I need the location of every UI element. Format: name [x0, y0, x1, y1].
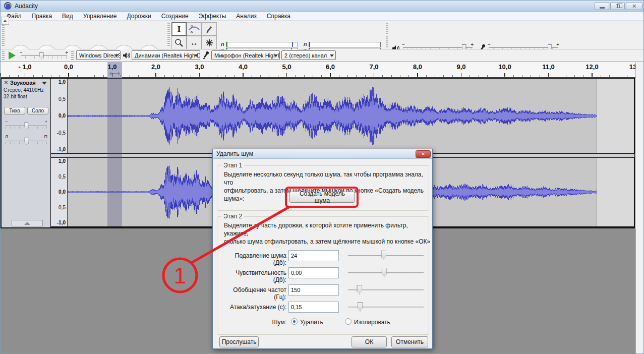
preview-button[interactable]: Прослушать	[219, 336, 259, 347]
audacity-logo-icon	[4, 2, 12, 10]
track-collapse-button[interactable]	[12, 220, 43, 226]
timeshift-icon: ↔	[190, 39, 198, 47]
solo-button[interactable]: Соло	[27, 107, 48, 114]
toolbar-gripper[interactable]	[2, 23, 5, 47]
selection-tool-button[interactable]: I	[171, 22, 187, 36]
track-menu-arrow-icon[interactable]	[42, 82, 47, 85]
timeline-label: 7,0	[369, 63, 378, 71]
collapse-icon	[24, 222, 30, 225]
restore-button[interactable]	[610, 2, 625, 10]
timeline-label: 3,0	[195, 63, 204, 71]
amplitude-ruler-right-channel[interactable]: 1,0 0,5 0,0 -0,5 -1,0	[51, 158, 68, 226]
amplitude-label: 0,0	[58, 189, 66, 195]
sensitivity-input[interactable]	[288, 267, 339, 278]
device-gripper[interactable]	[71, 51, 74, 60]
menu-item[interactable]: Анализ	[231, 12, 262, 21]
chevron-down-icon	[330, 54, 334, 57]
noise-reduction-input[interactable]	[288, 250, 339, 261]
meter-peak-mark	[292, 42, 293, 47]
play-at-speed-button[interactable]	[9, 51, 16, 60]
get-noise-profile-button[interactable]: Создать модель шума	[289, 192, 355, 203]
chevron-down-icon	[194, 54, 198, 57]
minus-label: −	[402, 42, 405, 47]
amplitude-label: 1,0	[58, 158, 66, 164]
mixer-gripper[interactable]	[386, 23, 388, 35]
timeline-label: - 1,0	[18, 63, 31, 71]
empty-track-area[interactable]	[597, 79, 634, 153]
timeline-label: 0,0	[64, 63, 73, 71]
timeline-label: 5,0	[282, 63, 291, 71]
menu-item[interactable]: Управление	[78, 12, 122, 21]
timeline-label: 4,0	[239, 63, 248, 71]
menu-item[interactable]: Создание	[156, 12, 194, 21]
scroll-up-icon	[3, 20, 7, 22]
close-button[interactable]: ✕	[626, 2, 642, 10]
attack-decay-input[interactable]	[288, 302, 339, 313]
menu-item[interactable]: Эффекты	[194, 12, 231, 21]
slider-thumb[interactable]	[382, 268, 387, 277]
frequency-smoothing-slider[interactable]	[348, 284, 424, 296]
slider-thumb[interactable]	[358, 302, 363, 312]
track-selection-region[interactable]	[107, 78, 122, 226]
menu-item[interactable]: Правка	[27, 12, 57, 21]
input-channels-value: 2 (стерео) канал	[284, 52, 327, 58]
radio-remove-noise[interactable]	[291, 318, 298, 325]
window-title: Audacity	[15, 3, 38, 10]
draw-tool-button[interactable]	[202, 22, 217, 36]
menu-item[interactable]: Вид	[57, 12, 78, 21]
timeline-label: 11,0	[542, 63, 555, 71]
timeline-label: 2,0	[151, 63, 160, 71]
transcription-gripper[interactable]	[2, 51, 5, 60]
track-bitdepth: 32-bit float	[4, 94, 27, 99]
input-channels-dropdown[interactable]: 2 (стерео) канал	[281, 50, 336, 60]
track-name[interactable]: Звуковая	[10, 80, 36, 86]
menu-item[interactable]: Дорожки	[122, 12, 156, 21]
minimize-button[interactable]	[595, 2, 609, 10]
timeline-label: 8,0	[413, 63, 422, 71]
multi-tool-button[interactable]	[202, 36, 217, 49]
sensitivity-slider[interactable]	[348, 267, 424, 278]
tools-gripper[interactable]	[167, 23, 170, 47]
attack-decay-slider[interactable]	[348, 302, 424, 313]
cancel-button[interactable]: Отменить	[391, 336, 428, 347]
vertical-scrollbar[interactable]	[635, 62, 644, 354]
timeshift-tool-button[interactable]: ↔	[187, 36, 202, 49]
ok-button[interactable]: ОК	[352, 336, 387, 347]
menu-bar: Файл Правка Вид Управление Дорожки Созда…	[1, 12, 644, 21]
mute-button[interactable]: Тихо	[4, 107, 25, 114]
scroll-up-button[interactable]	[1, 17, 9, 25]
amplitude-label: 0,5	[58, 174, 66, 180]
edit-gripper[interactable]	[386, 36, 388, 47]
ruler-major-ticks	[1, 73, 635, 77]
play-speed-slider[interactable]: −+	[21, 51, 67, 60]
plus-label: +	[471, 42, 474, 47]
zoom-tool-button[interactable]	[171, 36, 187, 49]
noise-reduction-slider[interactable]	[348, 250, 424, 261]
audio-host-dropdown[interactable]: Windows DirectS(	[76, 50, 121, 60]
input-microphone-icon	[202, 51, 210, 60]
chevron-down-icon	[114, 54, 119, 57]
slider-thumb[interactable]	[357, 285, 362, 294]
menu-item[interactable]: Справка	[262, 12, 296, 21]
dialog-close-button[interactable]: ✕	[416, 150, 431, 158]
envelope-tool-button[interactable]	[187, 22, 202, 36]
slider-thumb[interactable]	[381, 251, 386, 260]
track-close-button[interactable]: ✕	[3, 80, 9, 86]
input-device-dropdown[interactable]: Микрофон (Realtek High Defir	[211, 50, 280, 60]
waveform-left-channel[interactable]	[68, 79, 597, 153]
pan-slider[interactable]: ЛП	[6, 136, 47, 145]
gain-slider[interactable]: −+	[6, 121, 47, 130]
radio-remove-label: Удалить	[300, 319, 323, 326]
radio-isolate-noise[interactable]	[345, 318, 352, 325]
output-device-dropdown[interactable]: Динамики (Realtek High Defin	[132, 50, 200, 60]
amplitude-ruler-left-channel[interactable]: 1,0 0,5 0,0 -0,5 -1,0	[51, 79, 68, 153]
track-control-panel: ✕ Звуковая Стерео, 44100Hz 32-bit float …	[2, 79, 50, 227]
envelope-tool-icon	[189, 25, 200, 33]
noise-reduction-label: Подавление шума (Дб):	[222, 252, 286, 266]
step1-legend: Этап 1	[221, 162, 244, 169]
magnifier-icon	[174, 38, 184, 47]
empty-track-area[interactable]	[597, 158, 634, 226]
dialog-title-bar[interactable]: Удалить шум	[213, 149, 432, 159]
timeline-ruler[interactable]: - 1,00,01,02,03,04,05,06,07,08,09,010,01…	[1, 62, 635, 78]
frequency-smoothing-input[interactable]	[288, 284, 339, 296]
